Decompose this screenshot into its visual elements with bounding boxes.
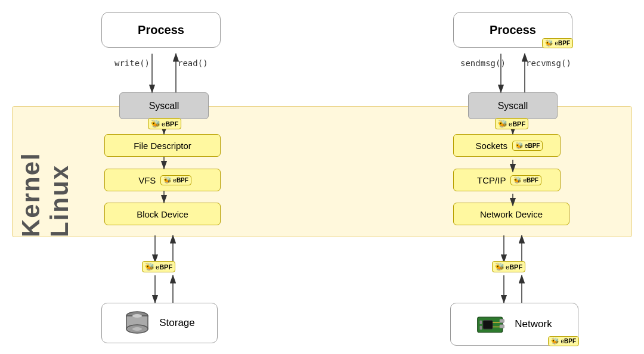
ebpf-badge-right-syscall: 🐝eBPF — [495, 118, 528, 129]
file-descriptor-box: File Descriptor — [104, 134, 221, 157]
svg-rect-27 — [483, 321, 493, 330]
sendmsg-call-label: sendmsg() — [460, 58, 506, 68]
ebpf-badge-left-syscall: 🐝eBPF — [148, 118, 181, 129]
write-call-label: write() — [114, 58, 150, 68]
tcpip-box: TCP/IP 🐝eBPF — [453, 169, 561, 191]
storage-box: Storage — [101, 303, 218, 343]
storage-icon — [124, 310, 151, 337]
sockets-box: Sockets 🐝eBPF — [453, 134, 561, 157]
svg-point-25 — [132, 327, 142, 331]
svg-rect-33 — [480, 326, 482, 330]
right-process-box: Process 🐝eBPF — [453, 12, 572, 48]
ebpf-badge-network-box: 🐝eBPF — [548, 336, 579, 346]
vfs-box: VFS 🐝eBPF — [104, 169, 221, 191]
ebpf-badge-sockets: 🐝eBPF — [512, 141, 543, 151]
network-icon-box: Network — [476, 312, 552, 336]
network-box: Network 🐝eBPF — [450, 303, 578, 346]
left-process-box: Process — [101, 12, 221, 48]
ebpf-badge-storage: 🐝eBPF — [142, 261, 175, 272]
ebpf-badge-tcpip: 🐝eBPF — [510, 175, 541, 185]
kernel-label: Linux Kernel — [17, 106, 74, 237]
ebpf-badge-right-process: 🐝eBPF — [542, 38, 573, 48]
recvmsg-call-label: recvmsg() — [526, 58, 571, 68]
right-syscall-box: Syscall — [468, 92, 558, 119]
diagram-container: Linux Kernel — [0, 0, 644, 354]
kernel-label-container: Linux Kernel — [17, 106, 74, 237]
block-device-box: Block Device — [104, 203, 221, 225]
ebpf-badge-network: 🐝eBPF — [492, 261, 525, 272]
storage-icon-box: Storage — [124, 310, 195, 337]
network-icon — [476, 312, 506, 336]
left-syscall-box: Syscall — [119, 92, 209, 119]
network-device-box: Network Device — [453, 203, 569, 225]
ebpf-badge-vfs: 🐝eBPF — [160, 175, 191, 185]
svg-point-24 — [132, 314, 142, 318]
svg-rect-29 — [500, 325, 504, 328]
read-call-label: read() — [178, 58, 208, 68]
svg-rect-32 — [480, 321, 482, 324]
svg-rect-28 — [500, 319, 504, 322]
